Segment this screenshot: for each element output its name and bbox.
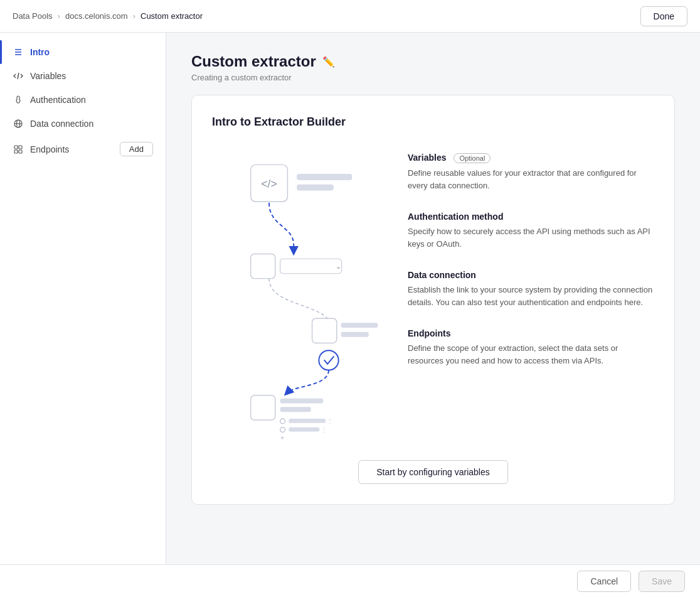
svg-text:⌄: ⌄ xyxy=(336,262,341,270)
svg-rect-14 xyxy=(297,185,334,191)
page-header: Custom extractor ✏️ Creating a custom ex… xyxy=(191,53,675,82)
content-area: </> ⌄ xyxy=(212,146,654,448)
page-subtitle: Creating a custom extractor xyxy=(191,73,675,82)
svg-rect-19 xyxy=(341,323,378,328)
sidebar-item-data-connection-label: Data connection xyxy=(30,119,93,129)
grid-icon xyxy=(13,144,24,155)
code-icon xyxy=(13,70,24,82)
svg-text:</>: </> xyxy=(261,178,277,190)
svg-rect-13 xyxy=(297,174,352,180)
sidebar-item-data-connection[interactable]: Data connection xyxy=(0,112,166,136)
variables-optional-badge: Optional xyxy=(453,153,491,163)
breadcrumb-custom-extractor: Custom extractor xyxy=(141,11,203,21)
page-title-text: Custom extractor xyxy=(191,53,316,70)
svg-rect-26 xyxy=(289,419,326,423)
desc-variables-title: Variables Optional xyxy=(408,153,654,163)
descriptions: Variables Optional Define reusable value… xyxy=(408,146,654,387)
start-btn-container: Start by configuring variables xyxy=(212,460,654,484)
svg-rect-9 xyxy=(14,150,18,153)
desc-variables: Variables Optional Define reusable value… xyxy=(408,153,654,191)
svg-rect-18 xyxy=(312,318,337,343)
start-configuring-button[interactable]: Start by configuring variables xyxy=(358,460,508,484)
intro-card: Intro to Extractor Builder </> xyxy=(191,95,675,505)
desc-data-connection-text: Establish the link to your source system… xyxy=(408,284,654,308)
svg-point-21 xyxy=(319,350,338,370)
list-icon xyxy=(13,46,24,58)
svg-text:⋮: ⋮ xyxy=(321,426,327,433)
add-endpoint-button[interactable]: Add xyxy=(120,142,153,156)
breadcrumb-sep-1: › xyxy=(58,11,60,21)
svg-text:⋮: ⋮ xyxy=(327,417,333,424)
svg-rect-23 xyxy=(280,399,324,404)
topbar: Data Pools › docs.celonis.com › Custom e… xyxy=(0,0,700,33)
breadcrumb: Data Pools › docs.celonis.com › Custom e… xyxy=(13,11,203,21)
svg-text:+: + xyxy=(280,433,285,441)
hand-icon xyxy=(13,94,24,105)
desc-endpoints: Endpoints Define the scope of your extra… xyxy=(408,328,654,367)
sidebar-item-intro-label: Intro xyxy=(30,47,50,57)
desc-endpoints-text: Define the scope of your extraction, sel… xyxy=(408,342,654,367)
page-title: Custom extractor ✏️ xyxy=(191,53,675,70)
desc-data-connection: Data connection Establish the link to yo… xyxy=(408,270,654,308)
sidebar-item-endpoints[interactable]: Endpoints Add xyxy=(0,136,166,163)
breadcrumb-datapools[interactable]: Data Pools xyxy=(13,11,53,21)
sidebar-item-endpoints-label: Endpoints xyxy=(30,144,69,154)
breadcrumb-sep-2: › xyxy=(133,11,135,21)
card-title: Intro to Extractor Builder xyxy=(212,116,654,129)
svg-rect-20 xyxy=(341,332,369,337)
done-button[interactable]: Done xyxy=(640,6,687,26)
svg-rect-24 xyxy=(280,407,311,412)
svg-rect-15 xyxy=(251,254,275,278)
diagram: </> ⌄ xyxy=(212,146,388,448)
svg-rect-29 xyxy=(289,428,319,432)
svg-rect-22 xyxy=(251,395,275,420)
svg-point-25 xyxy=(280,419,285,424)
sidebar-item-authentication-label: Authentication xyxy=(30,95,86,105)
desc-authentication-title: Authentication method xyxy=(408,212,654,222)
layout: Intro Variables Authentication xyxy=(0,33,700,597)
desc-authentication-text: Specify how to securely access the API u… xyxy=(408,225,654,250)
sidebar-item-intro[interactable]: Intro xyxy=(0,40,166,64)
main-content: Custom extractor ✏️ Creating a custom ex… xyxy=(166,33,700,597)
svg-rect-16 xyxy=(280,259,342,274)
globe-icon xyxy=(13,118,24,129)
svg-rect-7 xyxy=(14,146,18,149)
sidebar-item-authentication[interactable]: Authentication xyxy=(0,88,166,112)
save-button[interactable]: Save xyxy=(639,571,685,592)
svg-line-3 xyxy=(18,73,19,79)
svg-rect-8 xyxy=(19,146,22,149)
sidebar-item-variables-label: Variables xyxy=(30,71,66,81)
breadcrumb-celonis[interactable]: docs.celonis.com xyxy=(65,11,128,21)
desc-authentication: Authentication method Specify how to sec… xyxy=(408,212,654,250)
sidebar-item-variables[interactable]: Variables xyxy=(0,64,166,88)
bottombar: Cancel Save xyxy=(0,564,700,597)
sidebar: Intro Variables Authentication xyxy=(0,33,166,597)
desc-variables-text: Define reusable values for your extracto… xyxy=(408,167,654,191)
svg-point-28 xyxy=(280,428,285,433)
svg-rect-10 xyxy=(19,150,22,153)
desc-endpoints-title: Endpoints xyxy=(408,328,654,338)
cancel-button[interactable]: Cancel xyxy=(577,571,631,592)
desc-data-connection-title: Data connection xyxy=(408,270,654,280)
edit-icon[interactable]: ✏️ xyxy=(322,56,335,68)
